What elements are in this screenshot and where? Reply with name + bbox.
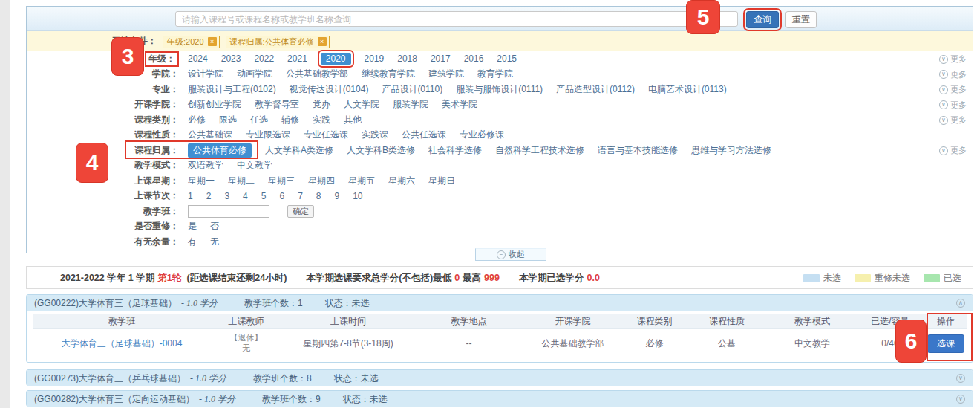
- filter-option[interactable]: 专业必修课: [460, 129, 504, 141]
- reset-button[interactable]: 重置: [785, 11, 817, 28]
- selected-filter-tag[interactable]: 课程归属:公共体育必修×: [226, 36, 330, 48]
- chevron-up-icon[interactable]: ∧: [956, 299, 965, 308]
- filter-option[interactable]: 2: [206, 191, 212, 201]
- filter-option[interactable]: 创新创业学院: [188, 98, 241, 111]
- filter-option[interactable]: 必修: [188, 114, 206, 126]
- filter-option[interactable]: 人文学科B类选修: [347, 144, 415, 157]
- filter-option[interactable]: 任选: [250, 114, 268, 126]
- filter-option[interactable]: 10: [353, 191, 362, 201]
- filter-option[interactable]: 3: [224, 191, 229, 201]
- filter-option[interactable]: 2022: [254, 54, 274, 64]
- chevron-down-icon[interactable]: ∨: [956, 395, 965, 404]
- filter-option[interactable]: 2019: [365, 54, 385, 64]
- course-name: 大学体育三（足球基础）: [79, 297, 177, 310]
- filter-option[interactable]: 专业任选课: [304, 129, 348, 141]
- filter-option[interactable]: 2017: [431, 54, 451, 64]
- filter-option[interactable]: 4: [243, 191, 248, 201]
- filter-option[interactable]: 党办: [313, 98, 330, 111]
- select-course-button[interactable]: 选课: [927, 334, 964, 353]
- chevron-down-icon[interactable]: ∨: [956, 374, 965, 383]
- filter-option[interactable]: 否: [210, 220, 219, 233]
- filter-option[interactable]: 1: [188, 191, 193, 201]
- course-section-header[interactable]: (GG00222)大学体育三（足球基础）- 1.0 学分教学班个数：1状态：未选…: [27, 295, 973, 311]
- more-link[interactable]: ∨更多: [939, 54, 967, 65]
- more-link[interactable]: ∨更多: [939, 84, 967, 95]
- collapse-panel-tab[interactable]: − 收起: [475, 248, 546, 261]
- confirm-button[interactable]: 确定: [287, 205, 314, 218]
- filter-option[interactable]: 人文学院: [344, 98, 379, 111]
- left-margin-strip: [0, 0, 10, 408]
- filter-option[interactable]: 2018: [397, 54, 417, 64]
- filter-option[interactable]: 2015: [497, 54, 517, 64]
- more-link[interactable]: ∨更多: [939, 145, 967, 156]
- filter-option[interactable]: 9: [335, 191, 340, 201]
- filter-option[interactable]: 社会科学选修: [428, 144, 482, 157]
- filter-option[interactable]: 5: [261, 191, 267, 201]
- filter-option[interactable]: 星期四: [308, 175, 335, 187]
- class-name-link[interactable]: 大学体育三（足球基础）-0004: [33, 338, 211, 349]
- filter-option[interactable]: 产品造型设计(0112): [556, 83, 635, 96]
- filter-option[interactable]: 其他: [344, 114, 362, 126]
- search-input[interactable]: [175, 11, 738, 27]
- filter-label: 有无余量：: [27, 236, 179, 248]
- filter-option[interactable]: 继续教育学院: [362, 68, 415, 80]
- more-link[interactable]: ∨更多: [939, 100, 967, 111]
- course-section-header[interactable]: (GG00282)大学体育三（定向运动基础）- 1.0 学分教学班个数：9状态：…: [27, 391, 973, 407]
- filter-option[interactable]: 有: [188, 236, 197, 248]
- filter-option[interactable]: 7: [298, 191, 303, 201]
- filter-option[interactable]: 视觉传达设计(0104): [290, 83, 369, 96]
- filter-option[interactable]: 公共基础教学部: [286, 68, 348, 80]
- filter-option[interactable]: 动画学院: [237, 68, 272, 80]
- filter-option[interactable]: 2016: [464, 54, 484, 64]
- filter-option[interactable]: 产品设计(0110): [382, 83, 442, 96]
- filter-option[interactable]: 建筑学院: [428, 68, 464, 80]
- filter-option[interactable]: 服装设计与工程(0102): [188, 83, 276, 96]
- filter-option[interactable]: 教育学院: [477, 68, 513, 80]
- filter-option-selected[interactable]: 2020: [321, 53, 351, 65]
- filter-option[interactable]: 2021: [287, 54, 307, 64]
- filter-option[interactable]: 思维与学习方法选修: [691, 144, 771, 157]
- class-number-input[interactable]: [188, 205, 270, 218]
- filter-option[interactable]: 服装学院: [393, 98, 428, 111]
- filter-option[interactable]: 是: [188, 220, 197, 233]
- remove-filter-icon[interactable]: ×: [318, 37, 327, 46]
- filter-option[interactable]: 8: [316, 191, 321, 201]
- filter-option[interactable]: 专业限选课: [246, 129, 290, 141]
- filter-option[interactable]: 实践课: [362, 129, 388, 141]
- class-count: 教学班个数：9: [262, 393, 321, 406]
- filter-option[interactable]: 中文教学: [237, 159, 272, 172]
- course-section-header[interactable]: (GG00273)大学体育三（乒乓球基础）- 1.0 学分教学班个数：8状态：未…: [27, 370, 973, 386]
- filter-option[interactable]: 双语教学: [188, 159, 223, 172]
- collapse-icon: −: [497, 250, 506, 259]
- filter-option[interactable]: 星期六: [388, 175, 415, 187]
- filter-option[interactable]: 星期二: [228, 175, 255, 187]
- filter-option[interactable]: 辅修: [281, 114, 299, 126]
- more-link[interactable]: ∨更多: [939, 69, 967, 80]
- filter-option-selected[interactable]: 公共体育必修: [188, 143, 252, 158]
- filter-option[interactable]: 2023: [221, 54, 241, 64]
- filter-option[interactable]: 公共基础课: [188, 129, 232, 141]
- more-link[interactable]: ∨更多: [939, 114, 967, 126]
- filter-option[interactable]: 6: [279, 191, 284, 201]
- filter-option[interactable]: 无: [210, 236, 219, 248]
- filter-option[interactable]: 实践: [313, 114, 330, 126]
- filter-option[interactable]: 公共任选课: [402, 129, 446, 141]
- filter-option[interactable]: 语言与基本技能选修: [598, 144, 678, 157]
- filter-option[interactable]: 2024: [188, 54, 208, 64]
- filter-option[interactable]: 设计学院: [188, 68, 223, 80]
- filter-option[interactable]: 限选: [219, 114, 237, 126]
- query-button[interactable]: 查询: [746, 11, 779, 28]
- legend-item: 已选: [924, 272, 961, 285]
- remove-filter-icon[interactable]: ×: [208, 37, 217, 46]
- filter-option[interactable]: 教学督导室: [255, 98, 299, 111]
- filter-option[interactable]: 星期三: [268, 175, 295, 187]
- filter-option[interactable]: 自然科学工程技术选修: [495, 144, 584, 157]
- filter-option[interactable]: 美术学院: [442, 98, 477, 111]
- filter-option[interactable]: 星期一: [188, 175, 215, 187]
- filter-option[interactable]: 星期日: [428, 175, 455, 187]
- filter-option[interactable]: 电脑艺术设计(0113): [648, 83, 727, 96]
- filter-option[interactable]: 星期五: [348, 175, 375, 187]
- filter-option[interactable]: 服装与服饰设计(0111): [456, 83, 543, 96]
- selected-filter-tag[interactable]: 年级:2020×: [163, 36, 220, 48]
- filter-option[interactable]: 人文学科A类选修: [265, 144, 333, 157]
